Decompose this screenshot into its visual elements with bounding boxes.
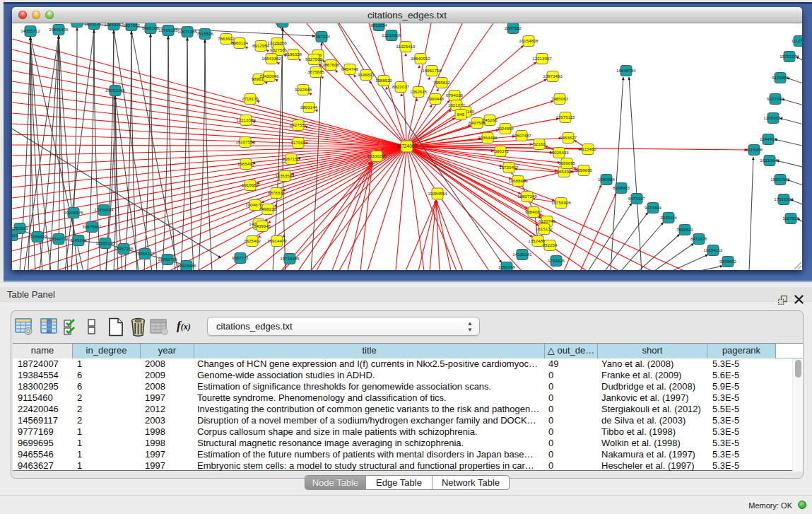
svg-text:1167533: 1167533 [782,216,799,221]
svg-text:8878332: 8878332 [268,190,286,195]
svg-text:15692931: 15692931 [770,177,790,182]
svg-text:16154808: 16154808 [519,38,539,43]
svg-text:10653267: 10653267 [104,23,124,27]
svg-text:10958107: 10958107 [135,251,155,256]
svg-text:12923486: 12923486 [177,263,196,268]
svg-text:15751074: 15751074 [779,54,799,59]
svg-text:7485063: 7485063 [551,96,569,101]
svg-text:15716485: 15716485 [280,256,300,261]
svg-text:8267150: 8267150 [283,156,300,161]
svg-text:13226058: 13226058 [267,40,287,45]
svg-text:8454749: 8454749 [341,66,359,71]
svg-text:1733426: 1733426 [548,258,565,263]
svg-text:8427552: 8427552 [290,122,307,127]
svg-text:16648784: 16648784 [616,68,636,73]
svg-text:8822037: 8822037 [392,84,410,89]
svg-text:7357224: 7357224 [313,34,331,39]
svg-text:18300295: 18300295 [367,153,387,158]
svg-text:16210643: 16210643 [760,158,779,163]
svg-text:10025433: 10025433 [549,150,569,155]
svg-text:3675685: 3675685 [307,69,325,74]
svg-text:917006: 917006 [291,140,306,145]
svg-text:16107553: 16107553 [235,139,255,144]
svg-text:16543362: 16543362 [261,56,281,61]
svg-text:29053346: 29053346 [105,88,125,93]
svg-text:6120746: 6120746 [539,218,556,223]
svg-text:12975115: 12975115 [555,115,575,119]
svg-text:19654923: 19654923 [554,169,574,174]
svg-text:2718176: 2718176 [242,96,259,101]
svg-text:1640954: 1640954 [598,177,616,182]
svg-text:10973493: 10973493 [543,74,563,78]
svg-text:9115460: 9115460 [579,146,596,151]
svg-text:1588520: 1588520 [375,78,393,83]
svg-text:7955812: 7955812 [433,80,451,85]
svg-text:22420046: 22420046 [259,74,279,78]
svg-text:2935114: 2935114 [660,215,677,220]
svg-text:9474444: 9474444 [645,205,662,210]
svg-text:845: 845 [457,112,465,117]
svg-text:8471676: 8471676 [690,236,708,241]
svg-text:0699695: 0699695 [558,160,576,165]
svg-text:7625402: 7625402 [244,238,261,243]
svg-text:16961758: 16961758 [422,68,442,73]
svg-text:9463627: 9463627 [560,135,577,140]
svg-text:12342737: 12342737 [49,236,69,241]
svg-text:7386372: 7386372 [492,148,510,153]
svg-text:9227342: 9227342 [767,96,784,101]
svg-text:1965492: 1965492 [237,161,255,166]
svg-text:30975857: 30975857 [82,224,102,229]
svg-text:1783901: 1783901 [12,226,29,230]
svg-text:16055267: 16055267 [84,23,104,26]
svg-text:8660124: 8660124 [231,40,249,45]
svg-text:20206576: 20206576 [64,210,83,215]
svg-text:1409948: 1409948 [254,223,271,228]
svg-text:1881974: 1881974 [69,23,86,24]
svg-text:1527602: 1527602 [123,23,141,28]
svg-text:12218506: 12218506 [382,33,401,37]
svg-text:1244413: 1244413 [760,136,777,141]
svg-text:62160: 62160 [533,141,546,146]
svg-text:10756928: 10756928 [551,200,571,205]
svg-text:11353594: 11353594 [275,173,295,178]
svg-text:9129966: 9129966 [772,75,789,80]
svg-text:3024554: 3024554 [497,126,514,131]
svg-text:10807487: 10807487 [512,133,531,138]
svg-text:10671385: 10671385 [177,29,197,34]
svg-text:18807249: 18807249 [517,194,537,199]
svg-text:7515526: 7515526 [196,31,214,36]
svg-text:14136141: 14136141 [512,252,532,257]
svg-text:12213967: 12213967 [532,56,552,61]
svg-text:6479197: 6479197 [628,196,646,201]
svg-text:1916682: 1916682 [242,182,259,187]
svg-text:16914479: 16914479 [267,238,287,243]
svg-text:2087682: 2087682 [505,25,522,30]
svg-text:9327508: 9327508 [305,57,323,62]
svg-text:16782759: 16782759 [158,257,177,262]
svg-text:16033809: 16033809 [273,23,293,24]
svg-text:14055712: 14055712 [20,28,40,33]
svg-text:9699695: 9699695 [575,168,593,173]
svg-text:8215958: 8215958 [746,147,763,152]
svg-text:17016504: 17016504 [774,197,794,201]
svg-text:11156829: 11156829 [28,234,47,239]
svg-text:8186328: 8186328 [285,52,302,57]
svg-text:11325419: 11325419 [396,44,416,49]
svg-text:9657771: 9657771 [232,255,249,260]
svg-text:10719185: 10719185 [158,28,178,33]
svg-text:8813054: 8813054 [370,23,388,28]
svg-text:20691406: 20691406 [49,27,69,32]
svg-text:7632621: 7632621 [676,227,694,232]
svg-text:6497508: 6497508 [469,120,486,125]
svg-text:19384554: 19384554 [428,191,447,196]
svg-text:8938923: 8938923 [613,185,630,190]
svg-text:9242848: 9242848 [295,87,312,92]
svg-text:39119: 39119 [12,233,18,238]
svg-text:12093832: 12093832 [763,115,783,120]
svg-text:3498222: 3498222 [259,206,277,211]
svg-text:2867608: 2867608 [322,62,340,67]
svg-text:6794028: 6794028 [446,93,464,98]
svg-text:1990448: 1990448 [427,96,445,101]
svg-text:2803144: 2803144 [300,105,318,110]
svg-text:10654112: 10654112 [703,247,723,252]
